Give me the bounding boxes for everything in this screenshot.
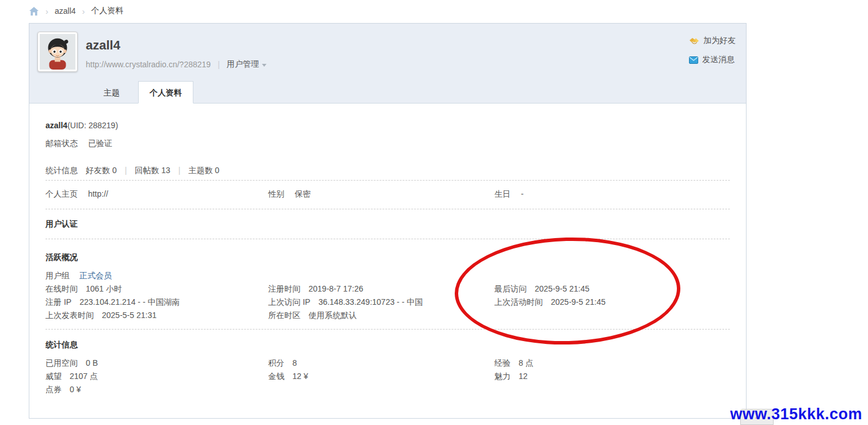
field-value: 8 [292,358,297,367]
activity-row: 上次发表时间2025-5-5 21:31 所在时区使用系统默认 [45,309,730,322]
used-space-field: 已用空间0 B [45,357,268,370]
stats-summary-label: 统计信息 [45,164,78,176]
breadcrumb-item-user[interactable]: azall4 [55,6,76,16]
homepage-field: 个人主页 http:// [45,188,268,200]
add-friend-label: 加为好友 [703,36,736,46]
field-label: 用户组 [45,271,70,280]
profile-tabs: 主题 个人资料 [93,81,193,104]
profile-panel: azall4 http://www.crystalradio.cn/?28821… [29,23,747,419]
field-value: 8 点 [519,358,534,367]
field-value: 2025-9-5 21:45 [551,297,606,307]
timezone-field: 所在时区使用系统默认 [268,309,494,322]
profile-body: azall4(UID: 288219) 邮箱状态 已验证 统计信息 好友数 0 … [29,120,746,396]
field-label: 所在时区 [268,311,300,320]
stats-summary-line: 统计信息 好友数 0 | 回帖数 13 | 主题数 0 [45,164,730,176]
register-ip-field: 注册 IP223.104.21.214 - - 中国湖南 [45,296,268,309]
divider: | [218,60,220,69]
section-divider [45,329,730,330]
statistics-row: 点券0 ¥ [45,383,730,396]
home-icon[interactable] [29,6,39,16]
divider: | [178,164,181,176]
charm-field: 魅力12 [494,370,730,383]
empty-cell [494,309,730,322]
field-label: 威望 [45,372,62,381]
statistics-grid: 已用空间0 B 积分8 经验8 点 威望2107 点 金钱12 ¥ 魅力12 点… [45,357,730,396]
page-title: azall4 [86,38,267,53]
usergroup-field: 用户组 正式会员 [45,269,730,282]
uid-suffix: (UID: 288219) [67,121,118,130]
field-value: 2025-5-5 21:31 [102,311,157,320]
statistics-row: 威望2107 点 金钱12 ¥ 魅力12 [45,370,730,383]
field-label: 上次访问 IP [268,297,310,307]
replies-count: 回帖数 13 [135,164,170,176]
field-label: 邮箱状态 [45,139,78,148]
tab-threads[interactable]: 主题 [93,82,131,104]
section-heading-statistics: 统计信息 [45,339,730,350]
field-label: 金钱 [268,372,284,381]
handshake-icon [689,37,699,45]
send-message-label: 发送消息 [702,55,734,65]
section-divider [45,209,730,209]
field-value: 使用系统默认 [309,311,357,320]
last-visit-field: 最后访问2025-9-5 21:45 [494,282,730,296]
field-label: 积分 [268,358,284,367]
field-label: 生日 [494,189,511,198]
online-time-field: 在线时间1061 小时 [45,282,268,296]
identity-block: azall4 http://www.crystalradio.cn/?28821… [86,38,267,70]
field-label: 性别 [268,189,284,198]
field-value: http:// [88,189,108,198]
threads-count: 主题数 0 [188,164,219,176]
field-value: 0 ¥ [70,385,81,394]
profile-url[interactable]: http://www.crystalradio.cn/?288219 [86,60,211,69]
profile-header: azall4 http://www.crystalradio.cn/?28821… [29,24,746,104]
section-heading-verification: 用户认证 [45,218,730,229]
birthday-field: 生日 - [494,188,730,200]
user-manage-menu[interactable]: 用户管理 [227,59,267,70]
last-visit-ip-field: 上次访问 IP36.148.33.249:10723 - - 中国 [268,296,494,309]
add-friend-button[interactable]: 加为好友 [689,36,736,46]
field-label: 个人主页 [45,189,78,198]
field-label: 上次活动时间 [494,297,543,307]
activity-row: 注册 IP223.104.21.214 - - 中国湖南 上次访问 IP36.1… [45,296,730,309]
field-value: 223.104.21.214 - - 中国湖南 [79,297,180,307]
uid-line: azall4(UID: 288219) [45,120,730,131]
send-message-button[interactable]: 发送消息 [689,55,736,65]
breadcrumb-item-profile: 个人资料 [92,6,124,16]
field-label: 在线时间 [45,284,78,293]
field-label: 最后访问 [494,284,527,293]
money-field: 金钱12 ¥ [268,370,494,383]
avatar-image [40,34,75,70]
tab-profile[interactable]: 个人资料 [138,81,193,104]
field-value: 保密 [295,189,311,198]
chevron-down-icon [262,64,267,67]
friends-count: 好友数 0 [86,164,117,176]
prestige-field: 威望2107 点 [45,370,268,383]
empty-cell [268,383,494,396]
credits-field: 积分8 [268,357,494,370]
experience-field: 经验8 点 [494,357,730,370]
field-value: 0 B [86,358,98,367]
field-value: 2107 点 [70,372,98,381]
field-value: - [521,189,524,198]
gender-field: 性别 保密 [268,188,494,200]
usergroup-link[interactable]: 正式会员 [79,271,112,280]
avatar[interactable] [37,32,78,72]
breadcrumb: › azall4 › 个人资料 [29,5,124,17]
section-divider [45,239,730,239]
field-label: 经验 [494,358,511,367]
statistics-row: 已用空间0 B 积分8 经验8 点 [45,357,730,370]
field-value: 1061 小时 [86,284,122,293]
field-label: 点券 [45,385,62,394]
watermark: www.315kkk.com [730,405,862,423]
section-heading-activity: 活跃概况 [45,251,730,263]
empty-cell [494,383,730,396]
last-activity-field: 上次活动时间2025-9-5 21:45 [494,296,730,309]
field-label: 已用空间 [45,358,78,367]
envelope-icon [689,56,698,64]
last-post-time-field: 上次发表时间2025-5-5 21:31 [45,309,268,322]
user-manage-label: 用户管理 [227,59,259,70]
field-value: 2019-8-7 17:26 [309,284,363,293]
profile-actions: 加为好友 发送消息 [689,36,736,65]
basic-info-row: 个人主页 http:// 性别 保密 生日 - [45,188,730,200]
coupons-field: 点券0 ¥ [45,383,268,396]
